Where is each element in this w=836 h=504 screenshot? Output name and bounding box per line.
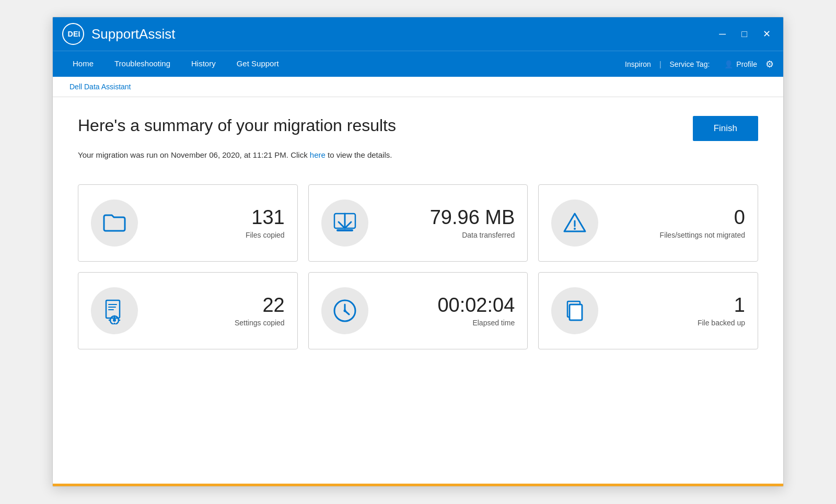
settings-icon[interactable]: ⚙	[765, 58, 774, 70]
not-migrated-value: 0	[611, 207, 745, 229]
elapsed-time-label: Elapsed time	[381, 319, 515, 327]
svg-text:DELL: DELL	[68, 30, 80, 38]
file-backed-up-icon-circle	[551, 287, 598, 334]
page-title: Here's a summary of your migration resul…	[78, 116, 396, 135]
page-header: Here's a summary of your migration resul…	[78, 116, 758, 141]
app-title: SupportAssist	[91, 26, 716, 42]
nav-get-support[interactable]: Get Support	[226, 52, 289, 77]
service-tag-label: Service Tag:	[670, 60, 710, 68]
stat-card-not-migrated: 0 Files/settings not migrated	[538, 184, 758, 262]
warning-icon	[561, 209, 588, 237]
settings-copied-info: 22 Settings copied	[150, 295, 285, 327]
settings-copied-value: 22	[150, 295, 285, 317]
window-controls: ─ □ ✕	[716, 27, 774, 41]
stat-card-files-copied: 131 Files copied	[78, 184, 298, 262]
backup-file-icon	[561, 297, 588, 324]
svg-point-18	[343, 310, 346, 312]
bottom-accent-bar	[53, 484, 783, 486]
files-copied-value: 131	[150, 207, 285, 229]
data-transferred-label: Data transferred	[381, 231, 515, 239]
data-transferred-info: 79.96 MB Data transferred	[381, 207, 515, 239]
stat-card-elapsed-time: 00:02:04 Elapsed time	[308, 272, 528, 349]
profile-button[interactable]: 👤 Profile	[724, 60, 757, 68]
desc-link[interactable]: here	[310, 150, 326, 159]
device-name: Inspiron	[625, 60, 651, 68]
data-transferred-icon-circle	[321, 200, 368, 247]
nav-home[interactable]: Home	[62, 52, 104, 77]
profile-icon: 👤	[724, 60, 733, 68]
svg-point-7	[113, 319, 116, 322]
desc-prefix: Your migration was run on November 06, 2…	[78, 150, 310, 159]
file-backed-up-info: 1 File backed up	[611, 295, 745, 327]
clock-icon	[331, 297, 358, 324]
minimize-button[interactable]: ─	[716, 27, 729, 41]
nav-history[interactable]: History	[181, 52, 226, 77]
not-migrated-label: Files/settings not migrated	[611, 231, 745, 239]
main-content: Here's a summary of your migration resul…	[53, 97, 783, 484]
navbar: Home Troubleshooting History Get Support…	[53, 51, 783, 77]
settings-copied-label: Settings copied	[150, 319, 285, 327]
download-icon	[331, 209, 358, 237]
titlebar: DELL SupportAssist ─ □ ✕	[53, 17, 783, 51]
desc-suffix: to view the details.	[326, 150, 392, 159]
dell-logo: DELL	[62, 23, 84, 45]
files-copied-info: 131 Files copied	[150, 207, 285, 239]
files-copied-icon-circle	[91, 200, 138, 247]
app-window: DELL SupportAssist ─ □ ✕ Home Troublesho…	[52, 17, 784, 487]
not-migrated-info: 0 Files/settings not migrated	[611, 207, 745, 239]
file-backed-up-value: 1	[611, 295, 745, 317]
maximize-button[interactable]: □	[738, 27, 750, 41]
elapsed-time-info: 00:02:04 Elapsed time	[381, 295, 515, 327]
svg-point-4	[574, 228, 576, 230]
stat-card-data-transferred: 79.96 MB Data transferred	[308, 184, 528, 262]
stat-card-file-backed-up: 1 File backed up	[538, 272, 758, 349]
stats-grid: 131 Files copied 79.96 MB Data transfe	[78, 184, 758, 349]
files-copied-label: Files copied	[150, 231, 285, 239]
data-transferred-value: 79.96 MB	[381, 207, 515, 229]
elapsed-time-icon-circle	[321, 287, 368, 334]
file-backed-up-label: File backed up	[611, 319, 745, 327]
settings-file-icon	[101, 297, 128, 324]
svg-rect-1	[336, 229, 353, 231]
folder-icon	[101, 209, 128, 237]
settings-copied-icon-circle	[91, 287, 138, 334]
close-button[interactable]: ✕	[760, 27, 774, 41]
breadcrumb: Dell Data Assistant	[69, 83, 131, 91]
elapsed-time-value: 00:02:04	[381, 295, 515, 317]
svg-rect-20	[570, 304, 582, 320]
not-migrated-icon-circle	[551, 200, 598, 247]
nav-troubleshooting[interactable]: Troubleshooting	[104, 52, 181, 77]
finish-button[interactable]: Finish	[693, 116, 758, 141]
migration-description: Your migration was run on November 06, 2…	[78, 150, 758, 159]
nav-items: Home Troubleshooting History Get Support	[62, 52, 625, 77]
profile-label: Profile	[736, 60, 757, 68]
breadcrumb-bar: Dell Data Assistant	[53, 77, 783, 97]
navbar-right: Inspiron | Service Tag: 👤 Profile ⚙	[625, 58, 774, 70]
stat-card-settings-copied: 22 Settings copied	[78, 272, 298, 349]
